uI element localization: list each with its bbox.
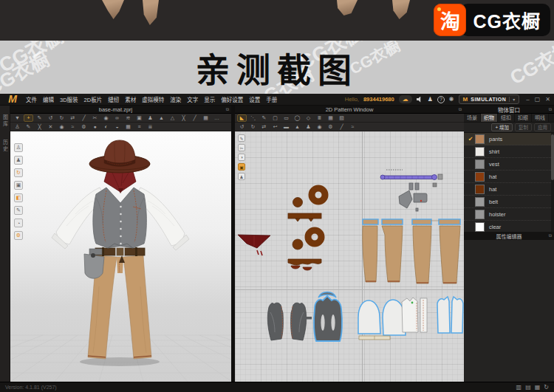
redo-icon[interactable]: ↻	[57, 114, 66, 122]
chevron-down-icon[interactable]: ▾	[509, 97, 515, 102]
menu-item[interactable]: 显示	[203, 95, 216, 103]
scale-icon[interactable]: ✕	[46, 123, 55, 131]
buttonhole-icon[interactable]: ⚙	[326, 123, 335, 131]
minimize-button[interactable]: –	[526, 96, 529, 103]
restore-button[interactable]: ▢	[535, 96, 541, 103]
texture-view-icon[interactable]: ◧	[14, 193, 23, 202]
scissors-icon[interactable]: ✂	[90, 114, 100, 122]
measure-icon[interactable]: ╳	[179, 114, 188, 122]
sphere-icon[interactable]: ●	[90, 123, 100, 131]
circle-icon[interactable]: ◯	[293, 114, 302, 122]
align-icon[interactable]: ≣	[146, 123, 155, 131]
reset-arrange-icon[interactable]: △	[168, 114, 177, 122]
show-pattern-icon[interactable]: ▣	[14, 181, 23, 190]
sew-segment-icon[interactable]: ↻	[248, 123, 258, 131]
menu-item[interactable]: 编辑	[42, 95, 55, 103]
pattern-hat-pieces[interactable]	[288, 188, 325, 270]
fabric-row[interactable]: ✔ clear	[464, 221, 554, 232]
garment-hat-3d[interactable]	[89, 140, 150, 173]
layout-2d-icon[interactable]: ▦	[535, 383, 541, 392]
pattern-pants[interactable]	[363, 219, 460, 283]
collapsed-panel-tab[interactable]: 图库	[1, 114, 9, 128]
avatar-pair-icon[interactable]: ▣	[134, 114, 144, 122]
layer-icon[interactable]: ≡	[134, 123, 144, 131]
avatar-icon[interactable]: ♙	[13, 123, 22, 131]
popout-icon[interactable]: ⧉	[459, 107, 462, 112]
object-tab[interactable]: 明线	[532, 114, 549, 122]
edit-sewing-icon[interactable]: ✎	[35, 114, 44, 122]
fabric-row[interactable]: ✔ pants	[464, 133, 554, 145]
menu-item[interactable]: 缝纫	[107, 95, 120, 103]
half-sphere-icon[interactable]: ◐	[101, 123, 111, 131]
pose-edit-icon[interactable]: ✎	[24, 123, 33, 131]
menu-item[interactable]: 文件	[25, 95, 38, 103]
tone-icon[interactable]: ◑	[238, 154, 245, 161]
collapsed-panel-tab[interactable]: 历史	[1, 140, 9, 153]
close-button[interactable]: ✕	[545, 96, 550, 103]
fabric-row[interactable]: ✔ vest	[464, 158, 554, 171]
pen-3d-icon[interactable]: ╱	[79, 114, 89, 122]
rect-icon[interactable]: ▭	[281, 114, 291, 122]
sew-mn-icon[interactable]: ⇄	[259, 123, 269, 131]
menu-item[interactable]: 3D服装	[59, 95, 79, 103]
avatar-2d-icon[interactable]: ♟	[238, 173, 245, 180]
polygon-icon[interactable]: ▢	[270, 114, 280, 122]
viewport-2d[interactable]: ✎✂◑▣♟	[235, 131, 464, 382]
menu-item[interactable]: 设置	[248, 95, 261, 103]
popout-icon[interactable]: ⧉	[226, 107, 229, 112]
sync-icon[interactable]: ⇄	[68, 114, 78, 122]
cloud-icon[interactable]: ☁	[399, 95, 412, 103]
fabric-icon[interactable]: ♟	[304, 123, 313, 131]
arrange-icon[interactable]: ▲	[157, 114, 166, 122]
grid-icon[interactable]: ▦	[201, 114, 211, 122]
select-move-icon[interactable]: +	[24, 114, 33, 122]
more-icon[interactable]: …	[212, 114, 222, 122]
pattern-shirt[interactable]	[358, 297, 463, 340]
seam-allowance-icon[interactable]: ▦	[326, 114, 335, 122]
fabric-row[interactable]: ✔ hat	[464, 183, 554, 196]
garment-holster-3d[interactable]	[84, 249, 104, 278]
menu-item[interactable]: 文字	[186, 95, 199, 103]
render-style-icon[interactable]: ↻	[14, 168, 23, 177]
steam-icon[interactable]: ≋	[123, 114, 133, 122]
layout-reset-icon[interactable]: ↻	[544, 383, 549, 392]
layout-3d-icon[interactable]: ▤	[525, 383, 531, 392]
shirring-icon[interactable]: ≈	[348, 123, 358, 131]
user-icon[interactable]: ♟	[428, 96, 433, 103]
object-tab[interactable]: 扣眼	[515, 114, 532, 122]
undo-icon[interactable]: ↺	[46, 114, 55, 122]
topstitch-icon[interactable]: ╱	[337, 123, 346, 131]
menu-item[interactable]: 偏好设置	[220, 95, 244, 103]
iron-icon[interactable]: ▬	[281, 123, 291, 131]
object-window-header[interactable]: 物体窗口 ⧉	[464, 106, 554, 114]
sew-edit-icon[interactable]: ↩	[270, 123, 280, 131]
bust-view-icon[interactable]: ◔	[14, 219, 23, 227]
pattern-bandana[interactable]	[238, 235, 270, 255]
transform-pattern-icon[interactable]: ◣	[237, 114, 247, 122]
swatch-icon[interactable]: ▣	[238, 163, 245, 171]
simulation-mode-button[interactable]: M SIMULATION ▾	[459, 94, 520, 104]
fabric-row[interactable]: ✔ hat	[464, 171, 554, 183]
pleat-icon[interactable]: Ⅲ	[315, 114, 324, 122]
object-tab[interactable]: 纽扣	[498, 114, 515, 122]
file-tab[interactable]: base-mat.zprj ⧉	[0, 106, 231, 114]
menu-item[interactable]: 虚拟模特	[141, 95, 165, 103]
flatten-icon[interactable]: ▲	[293, 123, 302, 131]
mannequin-icon[interactable]: ▦	[123, 123, 133, 131]
help-icon[interactable]: ?	[437, 96, 445, 103]
pin-box-icon[interactable]: ◉	[57, 123, 66, 131]
pattern-window-header[interactable]: 2D Pattern Window ⧉	[235, 106, 464, 114]
dart-icon[interactable]: ◇	[304, 114, 313, 122]
pattern-holster[interactable]	[399, 183, 427, 211]
wind-icon[interactable]: ≈	[68, 123, 78, 131]
fabric-row[interactable]: ✔ holster	[464, 208, 554, 221]
property-editor-header[interactable]: 属性编辑器 ⧉	[464, 232, 554, 240]
fabric-row[interactable]: ✔ shirt	[464, 145, 554, 158]
avatar-size-icon[interactable]: ╳	[35, 123, 44, 131]
popout-icon[interactable]: ⧉	[549, 107, 552, 112]
grading-icon[interactable]: ▧	[337, 114, 346, 122]
add-point-icon[interactable]: ✎	[259, 114, 269, 122]
show-avatar-icon[interactable]: ♙	[14, 143, 23, 152]
paw-icon[interactable]: ❋	[449, 96, 454, 103]
account-id[interactable]: 8934419680	[363, 96, 394, 103]
